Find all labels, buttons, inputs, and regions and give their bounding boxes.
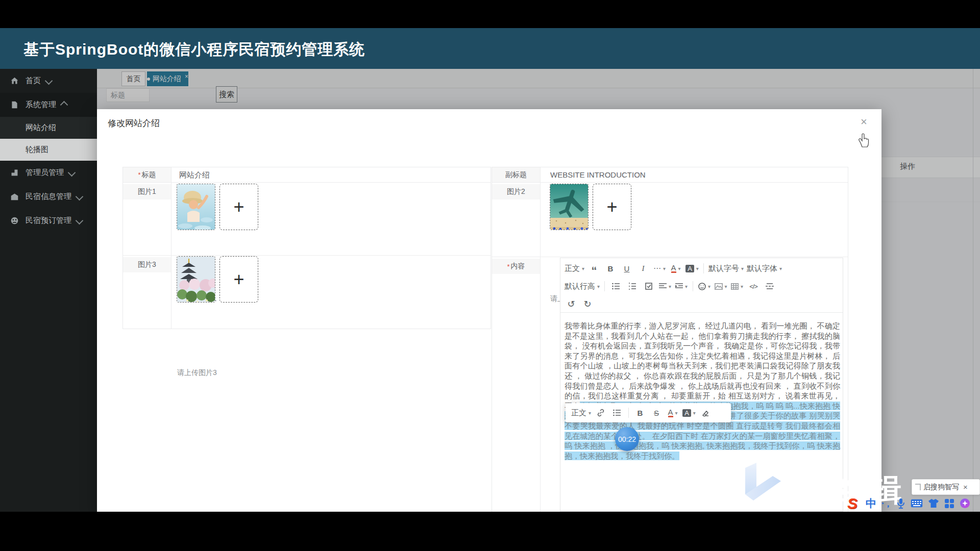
editor-toolbar-row3: ↺ ↻ [560, 295, 843, 313]
app-title: 基于SpringBoot的微信小程序民宿预约管理系统 [23, 39, 365, 60]
chevron-down-icon [76, 193, 84, 201]
building-icon [10, 192, 19, 201]
divider [628, 408, 629, 418]
divider [492, 257, 848, 257]
sidebar-item-system[interactable]: 系统管理 [0, 93, 97, 117]
font-color-button[interactable]: A [671, 264, 676, 273]
sogou-logo[interactable]: S [847, 495, 857, 512]
sidebar-item-homestay-booking[interactable]: 民宿预订管理 [0, 209, 97, 233]
toolbox-grid-icon[interactable] [944, 498, 954, 509]
divider [123, 255, 491, 256]
italic-button[interactable]: I [636, 262, 650, 275]
chevron-up-icon [60, 101, 68, 109]
chevron-down-icon [68, 169, 76, 177]
modal-close-icon[interactable]: × [861, 115, 867, 129]
table-dropdown-icon[interactable] [730, 280, 744, 293]
mic-icon[interactable] [896, 498, 905, 509]
hand-cursor [857, 133, 870, 148]
paragraph-style-dropdown[interactable]: 正文 [565, 262, 584, 275]
font-family-dropdown[interactable]: 默认字体 [747, 262, 782, 275]
divider [171, 167, 172, 329]
sidebar: 首页 系统管理 网站介绍 轮播图 管理员管理 民宿信息管理 民宿预订管理 [0, 69, 97, 512]
image2-thumbnail[interactable] [550, 184, 589, 230]
smart-assistant-icon[interactable] [960, 498, 970, 509]
strikethrough-button[interactable]: S [650, 406, 663, 419]
divider [703, 263, 704, 273]
plus-icon: + [233, 269, 244, 290]
skin-icon[interactable] [928, 498, 939, 508]
editor-toolbar-row1: 正文 “ B U I ⋯ A A 默认字号 默认字体 [560, 259, 843, 278]
subtitle-value-input[interactable]: WEBSITE INTRODUCTION [550, 170, 646, 179]
underline-button[interactable]: U [620, 262, 633, 275]
screen-recorder-timer[interactable]: 00:22 [615, 427, 639, 451]
bold-button[interactable]: B [633, 406, 647, 419]
editor-content[interactable]: 我带着比身体重的行李，游入尼罗河底， 经过几道闪电， 看到一堆光圈， 不确定是不… [565, 321, 840, 461]
font-color-button[interactable]: A [668, 409, 673, 417]
ime-language-toggle[interactable]: 中 [866, 496, 876, 511]
image-dropdown-icon[interactable] [714, 280, 727, 293]
divider [123, 182, 491, 183]
paragraph-style-dropdown[interactable]: 正文 [571, 406, 591, 419]
split-line-icon[interactable] [763, 280, 776, 293]
sidebar-subitem-label: 轮播图 [26, 145, 48, 155]
divider [540, 167, 541, 512]
sidebar-item-label: 管理员管理 [26, 168, 64, 178]
image1-upload-button[interactable]: + [219, 184, 258, 230]
line-height-dropdown[interactable]: 默认行高 [565, 280, 600, 293]
redo-icon[interactable]: ↻ [581, 297, 594, 311]
sidebar-item-label: 民宿预订管理 [26, 216, 71, 226]
more-styles-dropdown[interactable]: ⋯ [653, 262, 666, 275]
sidebar-item-label: 首页 [26, 76, 41, 86]
bullet-list-icon[interactable] [610, 406, 624, 419]
sidebar-item-admin-mgmt[interactable]: 管理员管理 [0, 161, 97, 185]
sidebar-subitem-carousel[interactable]: 轮播图 [0, 139, 97, 161]
form-left-block: * 标题 网站介绍 图片1 [122, 167, 491, 329]
title-value-input[interactable]: 网站介绍 [179, 170, 210, 180]
image2-label: 图片2 [492, 184, 540, 199]
bold-button[interactable]: B [604, 262, 617, 275]
undo-icon[interactable]: ↺ [565, 297, 578, 311]
blockquote-icon[interactable]: “ [587, 259, 601, 278]
content-label: * 内容 [492, 259, 540, 274]
code-icon[interactable]: </> [747, 280, 760, 293]
indent-dropdown-icon[interactable] [675, 280, 688, 293]
keyboard-icon[interactable] [911, 499, 923, 508]
app-header: 基于SpringBoot的微信小程序民宿预约管理系统 [0, 28, 980, 69]
bullet-list-icon[interactable] [609, 280, 623, 293]
chevron-down-icon [76, 217, 84, 225]
booking-icon [10, 216, 19, 225]
sidebar-item-label: 民宿信息管理 [26, 192, 71, 202]
screen: 基于SpringBoot的微信小程序民宿预约管理系统 欢迎 admin 首页 系… [0, 0, 980, 551]
image1-thumbnail[interactable] [177, 184, 215, 230]
divider [604, 281, 605, 291]
sidebar-subitem-website-intro[interactable]: 网站介绍 [0, 117, 97, 139]
divider [693, 281, 693, 291]
bg-color-button[interactable]: A [685, 265, 694, 272]
numbered-list-icon[interactable] [626, 280, 639, 293]
plus-icon: + [606, 196, 617, 218]
link-icon[interactable] [594, 406, 607, 419]
plus-icon: + [233, 196, 244, 218]
sidebar-item-home[interactable]: 首页 [0, 69, 97, 93]
document-icon [10, 101, 19, 109]
selection-toolbar: 正文 B S A A [566, 403, 731, 422]
bg-color-button[interactable]: A [682, 409, 691, 417]
sidebar-subitem-label: 网站介绍 [26, 123, 56, 133]
clear-format-icon[interactable] [699, 406, 712, 419]
image3-upload-button[interactable]: + [219, 256, 258, 303]
image3-thumbnail[interactable] [177, 256, 215, 303]
ime-punctuation-toggle[interactable]: ·， [881, 497, 892, 510]
todo-list-icon[interactable] [642, 280, 655, 293]
ime-toolbar: S 中 ·， [847, 495, 975, 512]
title-label: * 标题 [123, 167, 171, 182]
font-size-dropdown[interactable]: 默认字号 [708, 262, 744, 275]
emoji-dropdown-icon[interactable] [698, 280, 711, 293]
align-dropdown-icon[interactable] [658, 280, 672, 293]
image1-label: 图片1 [123, 184, 171, 199]
image2-upload-button[interactable]: + [593, 184, 631, 230]
image3-hint: 请上传图片3 [177, 368, 217, 378]
chevron-down-icon [45, 77, 53, 85]
toolbar-divider [560, 312, 843, 313]
sidebar-item-homestay-info[interactable]: 民宿信息管理 [0, 185, 97, 209]
tooltip-close-icon[interactable]: × [963, 483, 968, 491]
